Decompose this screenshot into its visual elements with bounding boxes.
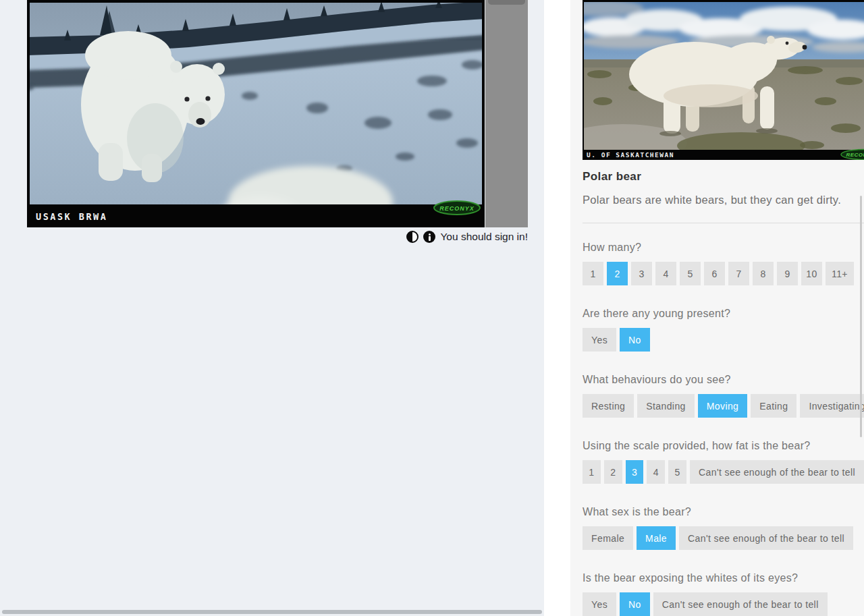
option-button[interactable]: Female [583, 526, 633, 550]
option-button[interactable]: 10 [801, 262, 822, 285]
species-description: Polar bears are white bears, but they ca… [583, 190, 847, 209]
viewer-scrollbar-thumb[interactable] [488, 0, 525, 5]
species-reference-image: U. OF SASKATCHEWAN RECONYX [583, 0, 864, 160]
question-label: How many? [583, 241, 864, 254]
option-button[interactable]: Yes [583, 328, 616, 352]
option-button[interactable]: 2 [607, 262, 628, 285]
question-fatness: Using the scale provided, how fat is the… [583, 439, 864, 484]
question-label: What behaviours do you see? [583, 373, 864, 387]
option-button[interactable]: 1 [583, 262, 603, 285]
horizontal-scrollbar-thumb[interactable] [2, 610, 542, 614]
reference-watermark: U. OF SASKATCHEWAN [587, 151, 674, 159]
question-options: Female Male Can't see enough of the bear… [583, 526, 864, 550]
question-options: 1 2 3 4 5 6 7 8 9 10 11+ [583, 262, 864, 285]
reconyx-logo: RECONYX [434, 201, 480, 215]
species-title: Polar bear [583, 169, 864, 184]
invert-contrast-icon[interactable] [406, 231, 418, 243]
sign-in-text: You should sign in! [440, 231, 528, 243]
question-options: Yes No [583, 328, 864, 352]
option-button[interactable]: Yes [583, 592, 616, 616]
sign-in-notice-row: You should sign in! [0, 229, 528, 244]
option-button[interactable]: 4 [647, 460, 665, 484]
option-button[interactable]: Standing [637, 394, 694, 418]
option-button[interactable]: Moving [698, 394, 748, 418]
question-sex: What sex is the bear? Female Male Can't … [583, 505, 864, 550]
question-young-present: Are there any young present? Yes No [583, 307, 864, 352]
subject-watermark: USASK BRWA [36, 211, 107, 222]
option-button[interactable]: 3 [631, 262, 652, 285]
question-how-many: How many? 1 2 3 4 5 6 7 8 9 10 11+ [583, 241, 864, 285]
svg-text:RECONYX: RECONYX [439, 205, 475, 212]
svg-text:RECONYX: RECONYX [846, 152, 864, 158]
option-button[interactable]: Can't see enough of the bear to tell [690, 460, 864, 484]
option-button[interactable]: Eating [751, 394, 796, 418]
option-button[interactable]: No [620, 592, 650, 616]
option-button[interactable]: Can't see enough of the bear to tell [653, 592, 828, 616]
option-button[interactable]: 1 [583, 460, 601, 484]
question-label: Are there any young present? [583, 307, 864, 320]
question-label: Using the scale provided, how fat is the… [583, 439, 864, 453]
task-content: Polar bear Polar bears are white bears, … [583, 160, 864, 616]
question-label: What sex is the bear? [583, 505, 864, 519]
task-panel: U. OF SASKATCHEWAN RECONYX Polar bear Po… [570, 0, 864, 616]
question-behaviours: What behaviours do you see? Resting Stan… [583, 373, 864, 418]
question-options: Yes No Can't see enough of the bear to t… [583, 592, 864, 616]
viewer-scrollbar[interactable] [485, 0, 528, 227]
question-label: Is the bear exposing the whites of its e… [583, 571, 864, 585]
subject-image-viewer: USASK BRWA RECONYX [27, 0, 485, 227]
option-button[interactable]: 8 [753, 262, 774, 285]
question-eye-whites: Is the bear exposing the whites of its e… [583, 571, 864, 616]
option-button[interactable]: 2 [604, 460, 622, 484]
option-button[interactable]: 11+ [826, 262, 854, 285]
subject-image: USASK BRWA RECONYX [27, 0, 485, 227]
option-button[interactable]: 7 [728, 262, 749, 285]
option-button[interactable]: 9 [777, 262, 798, 285]
option-button[interactable]: 6 [704, 262, 725, 285]
option-button[interactable]: 4 [655, 262, 676, 285]
task-panel-scrollbar-thumb[interactable] [860, 196, 862, 437]
option-button[interactable]: Male [637, 526, 676, 550]
option-button[interactable]: 5 [668, 460, 686, 484]
option-button[interactable]: 3 [626, 460, 644, 484]
question-options: 1 2 3 4 5 Can't see enough of the bear t… [583, 460, 864, 484]
divider [583, 223, 864, 223]
option-button[interactable]: Can't see enough of the bear to tell [679, 526, 853, 550]
option-button[interactable]: No [620, 328, 650, 352]
question-options: Resting Standing Moving Eating Investiga… [583, 394, 864, 418]
classification-workspace: USASK BRWA RECONYX You should sign in! [0, 0, 544, 616]
option-button[interactable]: Investigating [800, 394, 864, 418]
info-icon[interactable] [423, 231, 435, 243]
option-button[interactable]: 5 [680, 262, 701, 285]
option-button[interactable]: Resting [583, 394, 634, 418]
